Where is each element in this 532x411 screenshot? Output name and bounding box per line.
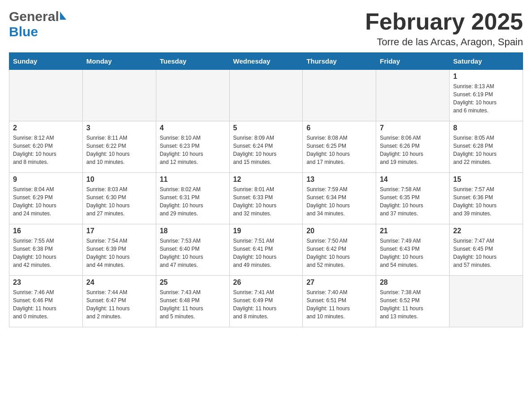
calendar-week-row: 23Sunrise: 7:46 AM Sunset: 6:46 PM Dayli… <box>9 276 523 327</box>
logo: General Blue <box>9 9 66 39</box>
day-number: 22 <box>453 227 519 235</box>
calendar-cell: 16Sunrise: 7:55 AM Sunset: 6:38 PM Dayli… <box>9 224 83 276</box>
day-number: 14 <box>380 176 446 184</box>
day-info: Sunrise: 8:06 AM Sunset: 6:26 PM Dayligh… <box>380 134 446 166</box>
calendar-cell: 4Sunrise: 8:10 AM Sunset: 6:23 PM Daylig… <box>156 121 229 173</box>
day-info: Sunrise: 8:02 AM Sunset: 6:31 PM Dayligh… <box>160 185 226 218</box>
calendar-cell: 11Sunrise: 8:02 AM Sunset: 6:31 PM Dayli… <box>156 173 229 224</box>
calendar-cell: 1Sunrise: 8:13 AM Sunset: 6:19 PM Daylig… <box>450 70 523 121</box>
calendar-cell: 19Sunrise: 7:51 AM Sunset: 6:41 PM Dayli… <box>229 224 303 276</box>
calendar-cell: 25Sunrise: 7:43 AM Sunset: 6:48 PM Dayli… <box>156 276 229 327</box>
day-info: Sunrise: 8:08 AM Sunset: 6:25 PM Dayligh… <box>306 134 372 166</box>
day-number: 28 <box>380 278 446 287</box>
day-info: Sunrise: 8:09 AM Sunset: 6:24 PM Dayligh… <box>233 134 299 166</box>
day-number: 9 <box>13 176 79 184</box>
day-number: 16 <box>13 227 79 235</box>
calendar-cell: 17Sunrise: 7:54 AM Sunset: 6:39 PM Dayli… <box>82 224 156 276</box>
day-info: Sunrise: 7:46 AM Sunset: 6:46 PM Dayligh… <box>13 288 79 321</box>
day-number: 21 <box>380 227 446 235</box>
calendar-cell <box>450 276 523 327</box>
day-number: 26 <box>233 278 299 287</box>
calendar-cell: 27Sunrise: 7:40 AM Sunset: 6:51 PM Dayli… <box>303 276 376 327</box>
weekday-header-sunday: Sunday <box>9 53 83 70</box>
weekday-header-row: SundayMondayTuesdayWednesdayThursdayFrid… <box>9 53 523 70</box>
day-info: Sunrise: 8:12 AM Sunset: 6:20 PM Dayligh… <box>13 134 79 166</box>
calendar-week-row: 9Sunrise: 8:04 AM Sunset: 6:29 PM Daylig… <box>9 173 523 224</box>
month-title: February 2025 <box>365 9 523 34</box>
calendar-week-row: 2Sunrise: 8:12 AM Sunset: 6:20 PM Daylig… <box>9 121 523 173</box>
calendar-cell: 24Sunrise: 7:44 AM Sunset: 6:47 PM Dayli… <box>82 276 156 327</box>
calendar-cell: 14Sunrise: 7:58 AM Sunset: 6:35 PM Dayli… <box>376 173 450 224</box>
day-number: 20 <box>306 227 372 235</box>
logo-general-text: General <box>9 9 59 24</box>
day-info: Sunrise: 7:47 AM Sunset: 6:45 PM Dayligh… <box>453 237 519 269</box>
calendar-week-row: 16Sunrise: 7:55 AM Sunset: 6:38 PM Dayli… <box>9 224 523 276</box>
calendar-table: SundayMondayTuesdayWednesdayThursdayFrid… <box>9 52 523 327</box>
logo-blue-text: Blue <box>9 24 38 39</box>
calendar-cell <box>156 70 229 121</box>
day-info: Sunrise: 8:03 AM Sunset: 6:30 PM Dayligh… <box>86 185 152 218</box>
calendar-cell: 23Sunrise: 7:46 AM Sunset: 6:46 PM Dayli… <box>9 276 83 327</box>
calendar-cell: 21Sunrise: 7:49 AM Sunset: 6:43 PM Dayli… <box>376 224 450 276</box>
weekday-header-monday: Monday <box>82 53 156 70</box>
calendar-cell: 28Sunrise: 7:38 AM Sunset: 6:52 PM Dayli… <box>376 276 450 327</box>
calendar-cell: 2Sunrise: 8:12 AM Sunset: 6:20 PM Daylig… <box>9 121 83 173</box>
calendar-cell <box>9 70 83 121</box>
day-number: 17 <box>86 227 152 235</box>
day-info: Sunrise: 7:53 AM Sunset: 6:40 PM Dayligh… <box>160 237 226 269</box>
calendar-cell: 15Sunrise: 7:57 AM Sunset: 6:36 PM Dayli… <box>450 173 523 224</box>
day-info: Sunrise: 7:58 AM Sunset: 6:35 PM Dayligh… <box>380 185 446 218</box>
calendar-cell: 12Sunrise: 8:01 AM Sunset: 6:33 PM Dayli… <box>229 173 303 224</box>
day-info: Sunrise: 7:50 AM Sunset: 6:42 PM Dayligh… <box>306 237 372 269</box>
day-number: 24 <box>86 278 152 287</box>
day-info: Sunrise: 8:05 AM Sunset: 6:28 PM Dayligh… <box>453 134 519 166</box>
calendar-cell: 10Sunrise: 8:03 AM Sunset: 6:30 PM Dayli… <box>82 173 156 224</box>
day-info: Sunrise: 7:59 AM Sunset: 6:34 PM Dayligh… <box>306 185 372 218</box>
day-info: Sunrise: 8:13 AM Sunset: 6:19 PM Dayligh… <box>453 82 519 115</box>
day-info: Sunrise: 7:40 AM Sunset: 6:51 PM Dayligh… <box>306 288 372 321</box>
day-info: Sunrise: 7:44 AM Sunset: 6:47 PM Dayligh… <box>86 288 152 321</box>
day-number: 6 <box>306 124 372 132</box>
day-number: 2 <box>13 124 79 132</box>
day-number: 15 <box>453 176 519 184</box>
weekday-header-wednesday: Wednesday <box>229 53 303 70</box>
calendar-cell: 13Sunrise: 7:59 AM Sunset: 6:34 PM Dayli… <box>303 173 376 224</box>
calendar-cell: 5Sunrise: 8:09 AM Sunset: 6:24 PM Daylig… <box>229 121 303 173</box>
day-info: Sunrise: 8:04 AM Sunset: 6:29 PM Dayligh… <box>13 185 79 218</box>
location-text: Torre de las Arcas, Aragon, Spain <box>365 36 523 48</box>
calendar-cell <box>303 70 376 121</box>
day-number: 18 <box>160 227 226 235</box>
day-info: Sunrise: 7:54 AM Sunset: 6:39 PM Dayligh… <box>86 237 152 269</box>
day-number: 12 <box>233 176 299 184</box>
day-info: Sunrise: 7:51 AM Sunset: 6:41 PM Dayligh… <box>233 237 299 269</box>
day-info: Sunrise: 7:43 AM Sunset: 6:48 PM Dayligh… <box>160 288 226 321</box>
weekday-header-friday: Friday <box>376 53 450 70</box>
day-info: Sunrise: 8:01 AM Sunset: 6:33 PM Dayligh… <box>233 185 299 218</box>
day-info: Sunrise: 7:38 AM Sunset: 6:52 PM Dayligh… <box>380 288 446 321</box>
weekday-header-saturday: Saturday <box>450 53 523 70</box>
calendar-cell: 7Sunrise: 8:06 AM Sunset: 6:26 PM Daylig… <box>376 121 450 173</box>
day-number: 11 <box>160 176 226 184</box>
day-number: 13 <box>306 176 372 184</box>
day-info: Sunrise: 8:10 AM Sunset: 6:23 PM Dayligh… <box>160 134 226 166</box>
calendar-cell: 18Sunrise: 7:53 AM Sunset: 6:40 PM Dayli… <box>156 224 229 276</box>
day-info: Sunrise: 8:11 AM Sunset: 6:22 PM Dayligh… <box>86 134 152 166</box>
day-number: 19 <box>233 227 299 235</box>
calendar-cell <box>376 70 450 121</box>
logo-triangle-icon <box>60 12 66 20</box>
calendar-cell: 9Sunrise: 8:04 AM Sunset: 6:29 PM Daylig… <box>9 173 83 224</box>
day-info: Sunrise: 7:57 AM Sunset: 6:36 PM Dayligh… <box>453 185 519 218</box>
day-number: 25 <box>160 278 226 287</box>
day-number: 3 <box>86 124 152 132</box>
calendar-week-row: 1Sunrise: 8:13 AM Sunset: 6:19 PM Daylig… <box>9 70 523 121</box>
page-header: General Blue February 2025 Torre de las … <box>9 9 523 48</box>
calendar-cell: 26Sunrise: 7:41 AM Sunset: 6:49 PM Dayli… <box>229 276 303 327</box>
weekday-header-thursday: Thursday <box>303 53 376 70</box>
weekday-header-tuesday: Tuesday <box>156 53 229 70</box>
day-number: 5 <box>233 124 299 132</box>
day-number: 4 <box>160 124 226 132</box>
calendar-cell <box>82 70 156 121</box>
calendar-cell: 22Sunrise: 7:47 AM Sunset: 6:45 PM Dayli… <box>450 224 523 276</box>
day-number: 23 <box>13 278 79 287</box>
day-number: 1 <box>453 73 519 81</box>
